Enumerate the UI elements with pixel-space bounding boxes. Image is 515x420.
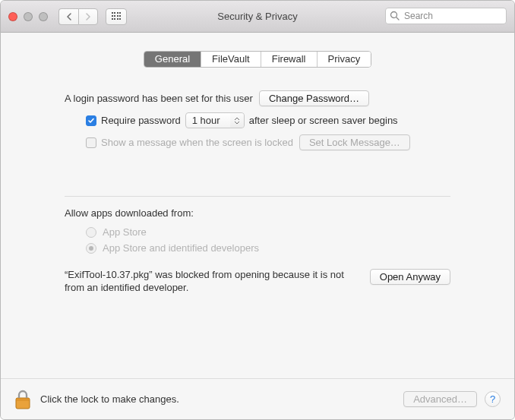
search-icon — [390, 11, 400, 21]
show-all-button[interactable] — [106, 8, 127, 25]
stepper-icon — [230, 113, 244, 128]
radio-identified-developers-label: App Store and identified developers — [103, 242, 259, 254]
radio-identified-developers — [86, 243, 96, 254]
search-input[interactable]: Search — [385, 8, 507, 24]
svg-line-1 — [397, 17, 400, 21]
advanced-button[interactable]: Advanced… — [403, 391, 477, 407]
tab-general[interactable]: General — [144, 52, 201, 67]
search-placeholder: Search — [404, 11, 433, 21]
radio-app-store — [86, 227, 96, 238]
window-controls — [8, 12, 48, 21]
help-button[interactable]: ? — [485, 391, 501, 407]
change-password-button[interactable]: Change Password… — [259, 90, 369, 106]
set-lock-message-button: Set Lock Message… — [299, 134, 410, 150]
footer: Click the lock to make changes. Advanced… — [1, 378, 514, 419]
back-button[interactable] — [58, 8, 78, 25]
window-title: Security & Privacy — [217, 11, 297, 22]
show-message-checkbox[interactable] — [86, 137, 96, 148]
after-sleep-text: after sleep or screen saver begins — [249, 115, 398, 126]
forward-button[interactable] — [78, 8, 98, 25]
delay-value: 1 hour — [192, 115, 220, 126]
require-password-checkbox[interactable] — [86, 115, 96, 126]
show-message-label: Show a message when the screen is locked — [101, 137, 293, 148]
nav-buttons — [58, 8, 98, 25]
tab-firewall[interactable]: Firewall — [261, 52, 317, 67]
lock-text: Click the lock to make changes. — [40, 393, 179, 405]
tabs: General FileVault Firewall Privacy — [144, 51, 371, 68]
allow-apps-heading: Allow apps downloaded from: — [65, 207, 450, 219]
require-password-label: Require password — [101, 115, 181, 126]
open-anyway-button[interactable]: Open Anyway — [370, 269, 450, 285]
radio-app-store-label: App Store — [103, 226, 147, 238]
preferences-window: Security & Privacy Search General FileVa… — [0, 0, 515, 420]
svg-rect-3 — [16, 398, 30, 401]
grid-icon — [112, 12, 121, 21]
checkmark-icon — [87, 117, 95, 125]
close-window-button[interactable] — [8, 12, 17, 21]
chevron-right-icon — [85, 13, 91, 21]
minimize-window-button[interactable] — [24, 12, 33, 21]
chevron-left-icon — [66, 13, 72, 21]
tab-filevault[interactable]: FileVault — [201, 52, 261, 67]
lock-icon[interactable] — [14, 389, 31, 410]
zoom-window-button[interactable] — [39, 12, 48, 21]
question-mark-icon: ? — [490, 393, 495, 405]
divider — [65, 196, 450, 197]
blocked-app-message: “ExifTool-10.37.pkg” was blocked from op… — [65, 269, 353, 295]
tab-privacy[interactable]: Privacy — [317, 52, 371, 67]
require-password-delay-select[interactable]: 1 hour — [185, 112, 245, 128]
titlebar: Security & Privacy Search — [1, 1, 514, 33]
login-password-text: A login password has been set for this u… — [65, 93, 253, 104]
